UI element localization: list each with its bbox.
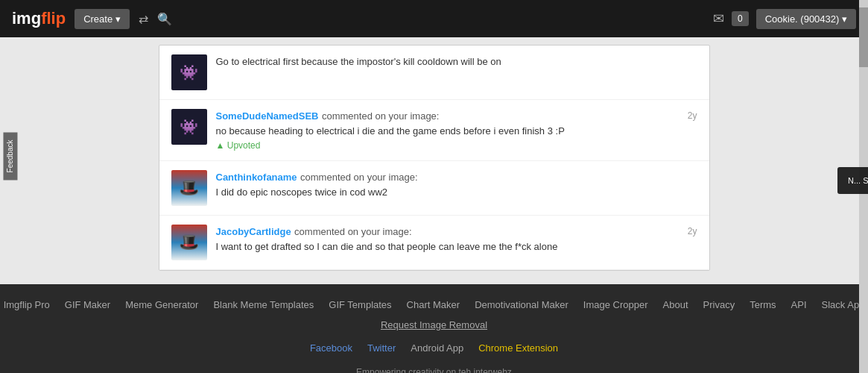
footer-link-api[interactable]: API xyxy=(791,299,807,310)
feedback-tab[interactable]: Feedback xyxy=(3,133,17,181)
upvote-badge: ▲ Upvoted xyxy=(216,140,261,151)
create-label: Create xyxy=(83,13,113,25)
user-label: Cookie. (900432) xyxy=(765,13,840,25)
mail-icon[interactable]: ✉ xyxy=(713,10,724,27)
footer-link-slack-app[interactable]: Slack App xyxy=(822,299,865,310)
comment-header: JacobyCartlidge commented on your image: xyxy=(216,225,697,238)
comment-header: SomeDudeNamedSEB commented on your image… xyxy=(216,109,697,122)
comment-item: 🎩 Canthinkofaname commented on your imag… xyxy=(159,161,709,216)
footer-tagline-text: Empowering creativity on teh interwebz xyxy=(0,366,868,373)
comment-time: 2y xyxy=(688,110,697,121)
notification-popup: N... Sn... ... y fob ... nflection ➘ xyxy=(837,167,868,194)
comment-item: 🎩 JacobyCartlidge commented on your imag… xyxy=(159,216,709,270)
create-button[interactable]: Create ▾ xyxy=(75,9,130,29)
footer-link-chart-maker[interactable]: Chart Maker xyxy=(407,299,460,310)
comment-action: commented on your image: xyxy=(294,226,412,237)
page-wrapper: imgflip Create ▾ ⇄ 🔍 ✉ 0 Cookie. (900432… xyxy=(0,0,868,373)
footer-social-twitter[interactable]: Twitter xyxy=(367,342,396,354)
notification-count: 0 xyxy=(732,11,749,26)
footer-link-terms[interactable]: Terms xyxy=(750,299,776,310)
footer-link-blank-meme-templates[interactable]: Blank Meme Templates xyxy=(213,299,314,310)
comment-action: commented on your image: xyxy=(322,110,440,122)
feedback-label: Feedback xyxy=(6,140,14,173)
comment-text: I want to get drafted so I can die and s… xyxy=(216,241,697,252)
search-icon[interactable]: 🔍 xyxy=(157,12,172,26)
footer-link-imgflip-pro[interactable]: Imgflip Pro xyxy=(4,299,50,310)
footer-social: Facebook Twitter Android App Chrome Exte… xyxy=(0,342,868,354)
comment-time: 2y xyxy=(688,226,697,236)
footer-social-android[interactable]: Android App xyxy=(411,342,463,354)
main-content: 👾 Go to electrical first because the imp… xyxy=(0,37,868,278)
header: imgflip Create ▾ ⇄ 🔍 ✉ 0 Cookie. (900432… xyxy=(0,0,868,37)
comment-item: 👾 Go to electrical first because the imp… xyxy=(159,46,709,100)
comment-body: SomeDudeNamedSEB commented on your image… xyxy=(216,109,697,151)
comment-text: no because heading to electrical i die a… xyxy=(216,125,697,137)
user-dropdown-arrow: ▾ xyxy=(842,13,847,25)
footer-social-facebook[interactable]: Facebook xyxy=(310,342,352,354)
comment-avatar: 🎩 xyxy=(171,170,207,206)
create-dropdown-arrow: ▾ xyxy=(115,13,121,25)
logo: imgflip xyxy=(12,9,66,28)
header-right: ✉ 0 Cookie. (900432) ▾ xyxy=(713,9,856,29)
comment-body: Go to electrical first because the impos… xyxy=(216,54,697,68)
comment-avatar: 🎩 xyxy=(171,225,207,260)
footer-link-about[interactable]: About xyxy=(663,299,688,310)
footer-request-removal[interactable]: Request Image Removal xyxy=(0,319,868,330)
footer: Imgflip Pro GIF Maker Meme Generator Bla… xyxy=(0,284,868,373)
footer-link-privacy[interactable]: Privacy xyxy=(703,299,735,310)
footer-link-image-cropper[interactable]: Image Cropper xyxy=(583,299,648,310)
comment-text: I did do epic noscopes twice in cod ww2 xyxy=(216,186,697,198)
logo-flip-text: flip xyxy=(41,9,66,28)
footer-link-gif-maker[interactable]: GIF Maker xyxy=(65,299,110,310)
footer-links: Imgflip Pro GIF Maker Meme Generator Bla… xyxy=(0,299,868,310)
scrollbar-thumb[interactable] xyxy=(859,7,868,67)
comments-container: 👾 Go to electrical first because the imp… xyxy=(159,45,710,271)
comment-avatar: 👾 xyxy=(171,109,207,145)
notification-text: N... Sn... ... y fob ... nflection xyxy=(848,176,868,185)
comment-body: Canthinkofaname commented on your image:… xyxy=(216,170,697,198)
user-menu-button[interactable]: Cookie. (900432) ▾ xyxy=(756,9,856,29)
comment-text: Go to electrical first because the impos… xyxy=(216,56,501,67)
comment-body: JacobyCartlidge commented on your image:… xyxy=(216,225,697,252)
logo-img-text: img xyxy=(12,9,41,28)
footer-social-chrome[interactable]: Chrome Extension xyxy=(478,342,558,354)
comment-header: Canthinkofaname commented on your image: xyxy=(216,170,697,184)
footer-tagline: Empowering creativity on teh interwebz I… xyxy=(0,366,868,373)
footer-link-meme-generator[interactable]: Meme Generator xyxy=(125,299,198,310)
footer-link-demotivational-maker[interactable]: Demotivational Maker xyxy=(475,299,568,310)
shuffle-icon[interactable]: ⇄ xyxy=(139,12,148,26)
comment-action: commented on your image: xyxy=(300,172,418,183)
comment-username[interactable]: Canthinkofaname xyxy=(216,172,297,183)
comment-item: 👾 SomeDudeNamedSEB commented on your ima… xyxy=(159,100,709,161)
comment-username[interactable]: SomeDudeNamedSEB xyxy=(216,110,319,122)
comment-username[interactable]: JacobyCartlidge xyxy=(216,226,291,237)
footer-link-gif-templates[interactable]: GIF Templates xyxy=(329,299,391,310)
comment-avatar: 👾 xyxy=(171,54,207,90)
